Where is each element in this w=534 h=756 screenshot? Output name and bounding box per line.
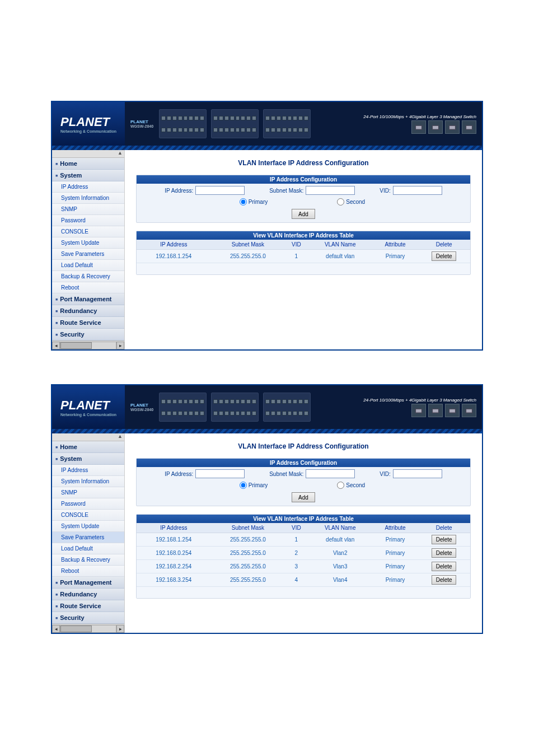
vid-input[interactable]: [393, 469, 442, 478]
cell-vid: 3: [285, 560, 307, 573]
brand-logo: PLANET Networking & Communication: [52, 385, 125, 429]
banner-right: PLANET WGSW-2840 24-Port 10/100Mbps + 4G…: [125, 102, 482, 146]
ip-input[interactable]: [195, 469, 245, 478]
nav-item-ip-address[interactable]: IP Address: [52, 465, 124, 476]
cell-attr: Primary: [373, 560, 418, 573]
nav-item-save-params[interactable]: Save Parameters: [52, 532, 124, 543]
screenshot-2: PLANET Networking & Communication PLANET…: [51, 384, 483, 634]
ip-label: IP Address:: [165, 188, 193, 194]
nav-item-snmp[interactable]: SNMP: [52, 487, 124, 498]
nav-port-mgmt[interactable]: Port Management: [52, 293, 124, 305]
cell-vid: 4: [285, 573, 307, 587]
scroll-right-icon[interactable]: ▸: [116, 342, 124, 349]
nav-item-sys-update[interactable]: System Update: [52, 237, 124, 249]
brand-text: PLANET: [60, 398, 110, 412]
h-scrollbar[interactable]: ◂ ▸: [52, 624, 124, 633]
cell-attr: Primary: [373, 547, 418, 560]
nav-item-load-default[interactable]: Load Default: [52, 260, 124, 271]
sfp-slot-icon: [462, 120, 476, 134]
cell-vid: 1: [285, 250, 307, 263]
nav-item-reboot[interactable]: Reboot: [52, 566, 124, 577]
sfp-slot-icon: [411, 120, 426, 134]
table-row: 192.168.1.254255.255.255.01default vlanP…: [137, 533, 470, 547]
nav-item-reboot[interactable]: Reboot: [52, 282, 124, 293]
col-attr: Attribute: [373, 523, 418, 533]
nav-route-service[interactable]: Route Service: [52, 600, 124, 612]
cell-ip: 192.168.0.254: [137, 547, 211, 560]
sidebar: ▲ Home System IP Address System Informat…: [52, 433, 125, 633]
nav-item-backup[interactable]: Backup & Recovery: [52, 271, 124, 282]
page-title: VLAN Interface IP Address Configuration: [136, 442, 471, 450]
delete-button[interactable]: Delete: [432, 548, 456, 558]
col-name: VLAN Name: [308, 523, 373, 533]
brand-tag: Networking & Communication: [60, 413, 116, 417]
nav-item-sys-info[interactable]: System Information: [52, 476, 124, 487]
ip-config-panel: IP Address Configuration IP Address: Sub…: [136, 458, 471, 506]
h-scrollbar[interactable]: ◂ ▸: [52, 340, 124, 349]
cell-ip: 192.168.1.254: [137, 250, 211, 263]
nav-redundancy[interactable]: Redundancy: [52, 305, 124, 317]
cell-name: default vlan: [308, 533, 373, 547]
nav-item-console[interactable]: CONSOLE: [52, 510, 124, 521]
nav-port-mgmt[interactable]: Port Management: [52, 577, 124, 589]
nav-system[interactable]: System: [52, 453, 124, 465]
main-content: VLAN Interface IP Address Configuration …: [125, 150, 482, 349]
radio-second[interactable]: Second: [337, 482, 365, 489]
nav-home[interactable]: Home: [52, 158, 124, 170]
add-button[interactable]: Add: [292, 492, 315, 502]
nav-redundancy[interactable]: Redundancy: [52, 589, 124, 600]
nav-security[interactable]: Security: [52, 612, 124, 624]
col-name: VLAN Name: [308, 240, 373, 250]
nav-item-console[interactable]: CONSOLE: [52, 226, 124, 237]
nav-item-load-default[interactable]: Load Default: [52, 543, 124, 554]
nav-item-sys-info[interactable]: System Information: [52, 193, 124, 204]
ip-input[interactable]: [195, 186, 245, 195]
nav-item-password[interactable]: Password: [52, 498, 124, 510]
scroll-up-icon[interactable]: ▲: [52, 433, 124, 441]
cell-mask: 255.255.255.0: [211, 573, 285, 587]
cell-ip: 192.168.3.254: [137, 573, 211, 587]
slogan: 24-Port 10/100Mbps + 4Gigabit Layer 3 Ma…: [363, 398, 476, 403]
nav-item-save-params[interactable]: Save Parameters: [52, 249, 124, 260]
cell-mask: 255.255.255.0: [211, 560, 285, 573]
tbl-header: View VLAN Interface IP Address Table: [137, 231, 470, 240]
cell-ip: 192.168.1.254: [137, 533, 211, 547]
tbl-header: View VLAN Interface IP Address Table: [137, 515, 470, 523]
radio-second[interactable]: Second: [337, 198, 365, 206]
add-button[interactable]: Add: [292, 209, 315, 219]
nav-item-password[interactable]: Password: [52, 215, 124, 226]
scroll-left-icon[interactable]: ◂: [52, 342, 60, 349]
nav-item-ip-address[interactable]: IP Address: [52, 181, 124, 193]
vlan-table: View VLAN Interface IP Address Table IP …: [136, 231, 471, 275]
mask-input[interactable]: [306, 186, 355, 195]
delete-button[interactable]: Delete: [432, 575, 456, 585]
delete-button[interactable]: Delete: [432, 562, 456, 571]
nav-item-sys-update[interactable]: System Update: [52, 521, 124, 532]
nav-route-service[interactable]: Route Service: [52, 317, 124, 329]
nav-security[interactable]: Security: [52, 329, 124, 340]
cfg-header: IP Address Configuration: [137, 459, 470, 467]
nav-home[interactable]: Home: [52, 441, 124, 453]
scroll-up-icon[interactable]: ▲: [52, 150, 124, 158]
svg-rect-1: [432, 125, 438, 129]
sfp-slot-icon: [428, 120, 443, 134]
col-del: Delete: [418, 240, 470, 250]
nav-item-backup[interactable]: Backup & Recovery: [52, 554, 124, 566]
svg-rect-0: [415, 125, 421, 129]
radio-primary[interactable]: Primary: [240, 198, 268, 206]
radio-primary[interactable]: Primary: [240, 482, 268, 489]
col-del: Delete: [418, 523, 470, 533]
vlan-table: View VLAN Interface IP Address Table IP …: [136, 514, 471, 599]
nav-item-snmp[interactable]: SNMP: [52, 204, 124, 215]
col-mask: Subnet Mask: [211, 240, 285, 250]
scroll-left-icon[interactable]: ◂: [52, 625, 60, 633]
delete-button[interactable]: Delete: [432, 251, 456, 261]
mask-input[interactable]: [306, 469, 355, 478]
brand-tag: Networking & Communication: [60, 129, 116, 133]
delete-button[interactable]: Delete: [432, 535, 456, 544]
scroll-right-icon[interactable]: ▸: [116, 625, 124, 633]
cfg-header: IP Address Configuration: [137, 175, 470, 184]
cell-vid: 2: [285, 547, 307, 560]
vid-input[interactable]: [393, 186, 442, 195]
nav-system[interactable]: System: [52, 170, 124, 181]
